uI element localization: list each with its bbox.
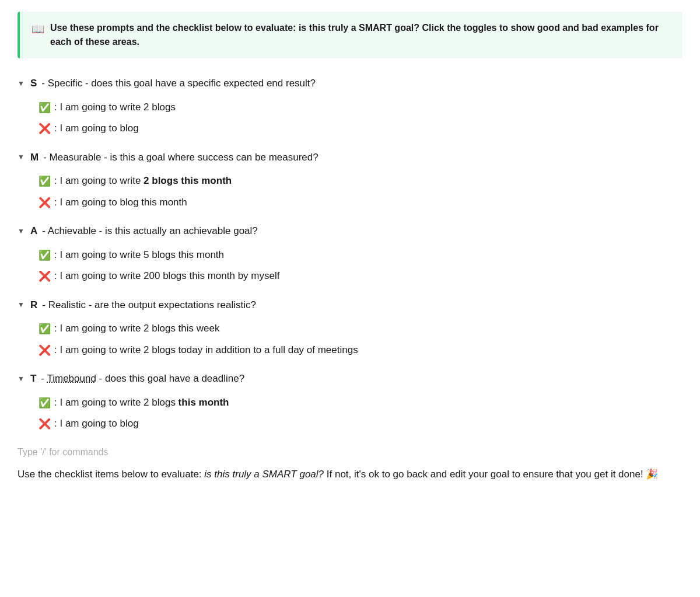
section-header-T[interactable]: ▼T- Timebound - does this goal have a de… bbox=[18, 368, 682, 390]
section-A: ▼A- Achievable - is this actually an ach… bbox=[18, 220, 682, 287]
examples-R: ✅: I am going to write 2 blogs this week… bbox=[18, 318, 682, 361]
chevron-icon-S[interactable]: ▼ bbox=[18, 78, 26, 89]
x-icon: ❌ bbox=[38, 121, 51, 137]
footer-text: Use the checklist items below to evaluat… bbox=[18, 466, 682, 482]
section-header-M[interactable]: ▼M- Measurable - is this a goal where su… bbox=[18, 146, 682, 169]
x-icon: ❌ bbox=[38, 269, 51, 284]
section-S: ▼S- Specific - does this goal have a spe… bbox=[18, 72, 682, 139]
example-item-T-1: ❌: I am going to blog bbox=[38, 413, 682, 435]
timebound-text: Timebound bbox=[47, 373, 96, 384]
x-icon: ❌ bbox=[38, 343, 51, 358]
checkmark-icon: ✅ bbox=[38, 100, 51, 116]
example-text-M-0: : I am going to write 2 blogs this month bbox=[54, 173, 232, 188]
example-item-A-1: ❌: I am going to write 200 blogs this mo… bbox=[38, 266, 682, 287]
example-item-M-1: ❌: I am going to blog this month bbox=[38, 192, 682, 214]
section-header-S[interactable]: ▼S- Specific - does this goal have a spe… bbox=[18, 72, 682, 95]
x-icon: ❌ bbox=[38, 195, 51, 211]
example-item-M-0: ✅: I am going to write 2 blogs this mont… bbox=[38, 170, 682, 192]
bold-text: this month bbox=[178, 397, 229, 408]
examples-S: ✅: I am going to write 2 blogs❌: I am go… bbox=[18, 97, 682, 139]
section-R: ▼R- Realistic - are the output expectati… bbox=[18, 294, 682, 361]
section-label-S: - Specific - does this goal have a speci… bbox=[41, 76, 316, 91]
examples-A: ✅: I am going to write 5 blogs this mont… bbox=[18, 245, 682, 287]
footer-after: If not, it's ok to go back and edit your… bbox=[324, 469, 658, 480]
section-label-M: - Measurable - is this a goal where succ… bbox=[43, 150, 318, 165]
callout-text: Use these prompts and the checklist belo… bbox=[50, 21, 671, 49]
section-letter-A: A bbox=[30, 224, 37, 239]
callout-box: 📖 Use these prompts and the checklist be… bbox=[18, 12, 682, 58]
callout-icon: 📖 bbox=[32, 22, 44, 37]
example-text-M-1: : I am going to blog this month bbox=[54, 195, 187, 210]
smart-sections-container: ▼S- Specific - does this goal have a spe… bbox=[18, 72, 682, 435]
examples-T: ✅: I am going to write 2 blogs this mont… bbox=[18, 392, 682, 435]
examples-M: ✅: I am going to write 2 blogs this mont… bbox=[18, 170, 682, 213]
footer-italic: is this truly a SMART goal? bbox=[204, 469, 324, 480]
example-text-A-1: : I am going to write 200 blogs this mon… bbox=[54, 268, 279, 284]
checkmark-icon: ✅ bbox=[38, 322, 51, 337]
chevron-icon-A[interactable]: ▼ bbox=[18, 226, 26, 236]
checkmark-icon: ✅ bbox=[38, 396, 51, 411]
checkmark-icon: ✅ bbox=[38, 248, 51, 263]
example-text-A-0: : I am going to write 5 blogs this month bbox=[54, 247, 224, 263]
footer-before: Use the checklist items below to evaluat… bbox=[18, 469, 204, 480]
example-item-A-0: ✅: I am going to write 5 blogs this mont… bbox=[38, 245, 682, 266]
chevron-icon-T[interactable]: ▼ bbox=[18, 373, 26, 384]
example-item-R-0: ✅: I am going to write 2 blogs this week bbox=[38, 318, 682, 340]
section-label-R: - Realistic - are the output expectation… bbox=[42, 298, 256, 313]
example-text-S-0: : I am going to write 2 blogs bbox=[54, 100, 176, 115]
section-letter-R: R bbox=[30, 298, 37, 313]
section-header-A[interactable]: ▼A- Achievable - is this actually an ach… bbox=[18, 220, 682, 242]
section-letter-S: S bbox=[30, 76, 37, 91]
example-text-R-0: : I am going to write 2 blogs this week bbox=[54, 321, 219, 336]
bold-text: 2 blogs this month bbox=[144, 175, 232, 186]
example-text-T-1: : I am going to blog bbox=[54, 416, 139, 431]
example-item-S-0: ✅: I am going to write 2 blogs bbox=[38, 97, 682, 118]
section-header-R[interactable]: ▼R- Realistic - are the output expectati… bbox=[18, 294, 682, 316]
section-label-A: - Achievable - is this actually an achie… bbox=[42, 224, 258, 239]
section-letter-M: M bbox=[30, 150, 38, 165]
section-label-T: - Timebound - does this goal have a dead… bbox=[41, 371, 244, 386]
example-text-T-0: : I am going to write 2 blogs this month bbox=[54, 395, 229, 410]
example-text-R-1: : I am going to write 2 blogs today in a… bbox=[54, 343, 358, 358]
example-item-R-1: ❌: I am going to write 2 blogs today in … bbox=[38, 340, 682, 361]
command-hint: Type '/' for commands bbox=[18, 445, 682, 459]
section-M: ▼M- Measurable - is this a goal where su… bbox=[18, 146, 682, 214]
chevron-icon-R[interactable]: ▼ bbox=[18, 299, 26, 310]
section-letter-T: T bbox=[30, 371, 36, 386]
example-item-S-1: ❌: I am going to blog bbox=[38, 118, 682, 139]
chevron-icon-M[interactable]: ▼ bbox=[18, 152, 26, 162]
example-text-S-1: : I am going to blog bbox=[54, 121, 139, 136]
example-item-T-0: ✅: I am going to write 2 blogs this mont… bbox=[38, 392, 682, 414]
section-T: ▼T- Timebound - does this goal have a de… bbox=[18, 368, 682, 435]
x-icon: ❌ bbox=[38, 417, 51, 432]
checkmark-icon: ✅ bbox=[38, 174, 51, 189]
